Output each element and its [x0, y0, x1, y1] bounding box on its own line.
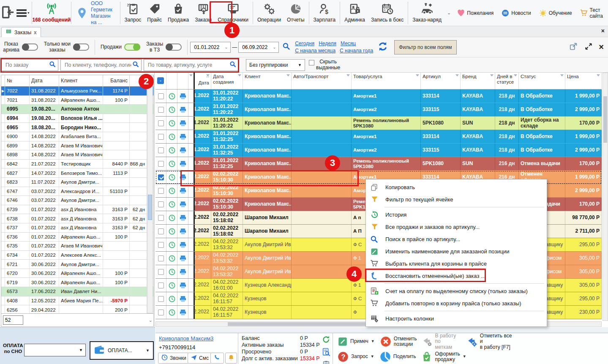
- row-history-icon[interactable]: [166, 279, 177, 292]
- main-table-row[interactable]: 31.01.202231.01.202211:20:22Криволапов М…: [155, 117, 602, 130]
- action-4[interactable]: Отметить все и в работу [F7]: [467, 333, 515, 350]
- left-table-row[interactable]: 684221.07.2022Тестировщик8440 Р868 дн: [1, 160, 153, 169]
- column-header-balance[interactable]: Баланс: [103, 75, 130, 86]
- chevron-down-icon[interactable]: ▼: [371, 355, 374, 359]
- filter-funnel-icon[interactable]: [514, 74, 517, 76]
- column-header-auto[interactable]: Авто/Транспорт: [292, 73, 352, 89]
- column-header-number[interactable]: №: [5, 75, 30, 86]
- checkbox-icon[interactable]: [309, 60, 314, 65]
- row-history-icon[interactable]: [166, 90, 177, 103]
- toggle-show-archive[interactable]: Показ архива: [0, 41, 41, 53]
- date-to-field[interactable]: ⌄: [238, 42, 279, 53]
- link-today[interactable]: Сегодня: [295, 41, 314, 46]
- row-print-icon[interactable]: [177, 103, 188, 116]
- shop-location-button[interactable]: ООО ГерметикМагазин на ...: [73, 0, 119, 26]
- notifications-button[interactable]: [225, 353, 237, 364]
- checkbox-icon[interactable]: [158, 93, 164, 99]
- row-print-icon[interactable]: [177, 184, 188, 197]
- date-from-input[interactable]: [193, 44, 224, 51]
- filter-funnel-icon[interactable]: [286, 74, 290, 76]
- column-header-status[interactable]: Статус: [519, 73, 565, 89]
- left-table-row[interactable]: 699519.08.20...Антонов Антон: [1, 105, 153, 114]
- close-panel-icon[interactable]: ×: [599, 42, 604, 52]
- left-table-row[interactable]: 689914.08.2022Агаев М Иванович: [1, 141, 153, 151]
- row-checkbox[interactable]: [155, 211, 166, 224]
- messages-button[interactable]: 168 сообщений: [33, 0, 70, 26]
- column-header-product[interactable]: Товар/услуга: [352, 73, 421, 89]
- link-month-start[interactable]: С начала месяца: [295, 48, 335, 54]
- grouping-select[interactable]: Без группировки ▼: [246, 59, 305, 71]
- left-table-row[interactable]: 673701.07.2022asx Д Ивановна3163 Р62 дн: [1, 223, 153, 233]
- chevron-down-icon[interactable]: ▼: [371, 340, 375, 344]
- search-order-field[interactable]: [1, 59, 58, 71]
- search-product-input[interactable]: [147, 62, 229, 68]
- row-print-icon[interactable]: [177, 198, 188, 211]
- left-table-row[interactable]: 696518.08.20...Бородин Нико...: [1, 123, 153, 132]
- action-1[interactable]: Примеч▼: [337, 336, 375, 347]
- row-print-icon[interactable]: [177, 306, 188, 319]
- toggle-switch[interactable]: [124, 43, 140, 51]
- row-history-icon[interactable]: [166, 225, 177, 238]
- toolbar-right-item-4[interactable]: Тест сайта: [578, 6, 605, 20]
- row-history-icon[interactable]: [166, 292, 177, 305]
- filter-all-fields-button[interactable]: Фильтр по всем полям: [394, 40, 456, 54]
- main-table-vscrollbar[interactable]: [603, 73, 608, 321]
- checkbox-icon[interactable]: [158, 134, 164, 140]
- row-print-icon[interactable]: [177, 238, 188, 251]
- checkbox-icon[interactable]: [158, 296, 164, 302]
- chevron-down-icon[interactable]: ⌄: [224, 45, 228, 49]
- toggle-switch[interactable]: [166, 43, 182, 51]
- filter-funnel-icon[interactable]: [346, 74, 350, 76]
- checkbox-icon[interactable]: [158, 120, 164, 126]
- left-table-row[interactable]: 640812.05.2022Абиев Мария Пе...-5970 Р: [1, 296, 153, 306]
- checkbox-icon[interactable]: [158, 161, 164, 167]
- toolbar-item-11[interactable]: Заказ-наряд: [409, 0, 444, 26]
- filter-funnel-icon[interactable]: [597, 74, 600, 76]
- row-checkbox[interactable]: [155, 225, 166, 238]
- checkbox-icon[interactable]: [158, 188, 164, 194]
- hide-issued-checkbox[interactable]: Скрыть выданные: [309, 59, 340, 71]
- context-menu-item-1[interactable]: Копировать: [366, 181, 547, 193]
- refresh-icon[interactable]: [322, 335, 331, 345]
- search-icon[interactable]: [49, 61, 56, 69]
- tab-close-icon[interactable]: x: [34, 30, 37, 35]
- exit-button[interactable]: [0, 0, 16, 26]
- select-all-checkbox[interactable]: -: [155, 73, 166, 89]
- payment-button[interactable]: ОПЛАТА... ▼: [90, 341, 154, 360]
- row-checkbox[interactable]: [155, 130, 166, 143]
- row-history-icon[interactable]: [166, 265, 177, 278]
- filter-funnel-icon[interactable]: [560, 74, 564, 76]
- row-print-icon[interactable]: [177, 171, 188, 184]
- context-menu-item-11[interactable]: Настроить колонки: [366, 312, 547, 325]
- toolbar-item-6[interactable]: Операции: [254, 0, 284, 26]
- toggle-sales[interactable]: Продажи: [98, 43, 143, 51]
- left-table-row[interactable]: 673401.07.2022Алексеев Алекс...: [1, 251, 153, 260]
- column-header-client[interactable]: Клиент: [243, 73, 292, 89]
- toggle-orders-tz[interactable]: Заказы в ТЗ: [143, 41, 185, 53]
- left-table-row[interactable]: 625629.04.2022200 Р: [1, 305, 153, 313]
- context-menu-item-7[interactable]: Выбрать клиента для корзины в прайсе: [366, 258, 547, 270]
- search-icon[interactable]: [132, 61, 139, 69]
- column-header-brand[interactable]: Бренд: [461, 73, 495, 89]
- toolbar-right-item-1[interactable]: Пожелания: [455, 8, 495, 18]
- filter-funnel-icon[interactable]: [238, 74, 241, 76]
- left-table-row[interactable]: 657317.06.2022Иван Давлет Ни...: [1, 287, 153, 296]
- toolbar-right-item-3[interactable]: Обучение: [537, 8, 574, 18]
- sms-button[interactable]: Смс: [188, 353, 212, 364]
- action-7[interactable]: Оформить продажу▼: [421, 351, 466, 363]
- left-table-row[interactable]: 674703.07.2022Александров И...51103 Р: [1, 187, 153, 196]
- left-table-row[interactable]: 689814.08.2022Агаев М Иванович: [1, 150, 153, 160]
- tabbar-close-icon[interactable]: ×: [601, 27, 605, 34]
- tab-orders[interactable]: Заказы x: [1, 27, 41, 37]
- column-header-created[interactable]: Дата создания: [211, 73, 243, 89]
- row-checkbox[interactable]: [155, 238, 166, 251]
- row-checkbox[interactable]: [155, 90, 166, 103]
- row-checkbox[interactable]: [155, 279, 166, 292]
- row-print-icon[interactable]: [177, 252, 188, 265]
- chevron-down-icon[interactable]: ▼: [463, 355, 466, 359]
- left-table-row[interactable]: 672130.06.2022Акулов Дмитри...: [1, 260, 153, 269]
- refresh-icon[interactable]: [377, 41, 388, 53]
- search-icon[interactable]: [229, 61, 237, 69]
- search-order-input[interactable]: [5, 62, 49, 68]
- row-checkbox[interactable]: [155, 117, 166, 130]
